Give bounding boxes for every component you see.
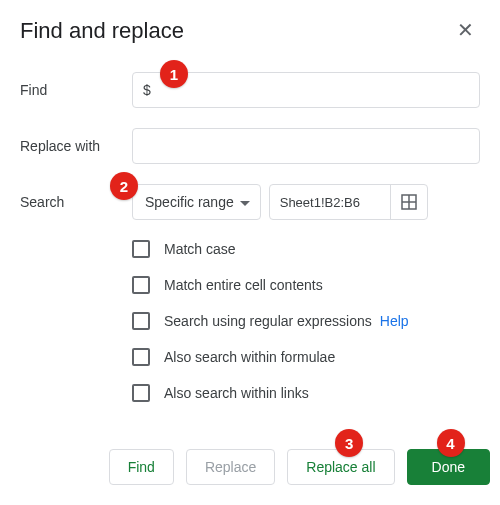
option-row: Search using regular expressionsHelp [132,312,480,330]
replace-input[interactable] [132,128,480,164]
checkbox[interactable] [132,276,150,294]
option-row: Also search within links [132,384,480,402]
checkbox[interactable] [132,384,150,402]
select-range-icon[interactable] [390,185,427,219]
button-bar: Find Replace Replace all 3 Done 4 [109,449,490,485]
replace-label: Replace with [20,138,132,154]
option-label: Match case [164,241,236,257]
option-label: Also search within links [164,385,309,401]
option-label: Also search within formulae [164,349,335,365]
replace-button: Replace [186,449,275,485]
option-row: Also search within formulae [132,348,480,366]
option-row: Match case [132,240,480,258]
search-scope-dropdown[interactable]: Specific range [132,184,261,220]
annotation-badge-1: 1 [160,60,188,88]
find-label: Find [20,82,132,98]
option-row: Match entire cell contents [132,276,480,294]
range-input[interactable] [270,185,390,219]
close-icon[interactable]: ✕ [451,18,480,42]
annotation-badge-4: 4 [437,429,465,457]
replace-row: Replace with [20,128,480,164]
chevron-down-icon [240,194,250,210]
dialog-title: Find and replace [20,18,184,44]
find-row: Find 1 [20,72,480,108]
option-label: Search using regular expressions [164,313,372,329]
option-label: Match entire cell contents [164,277,323,293]
find-button[interactable]: Find [109,449,174,485]
options-group: Match caseMatch entire cell contentsSear… [132,240,480,402]
checkbox[interactable] [132,348,150,366]
search-row: Search Specific range 2 [20,184,480,220]
checkbox[interactable] [132,312,150,330]
annotation-badge-2: 2 [110,172,138,200]
checkbox[interactable] [132,240,150,258]
search-scope-label: Specific range [145,194,234,210]
help-link[interactable]: Help [380,313,409,329]
